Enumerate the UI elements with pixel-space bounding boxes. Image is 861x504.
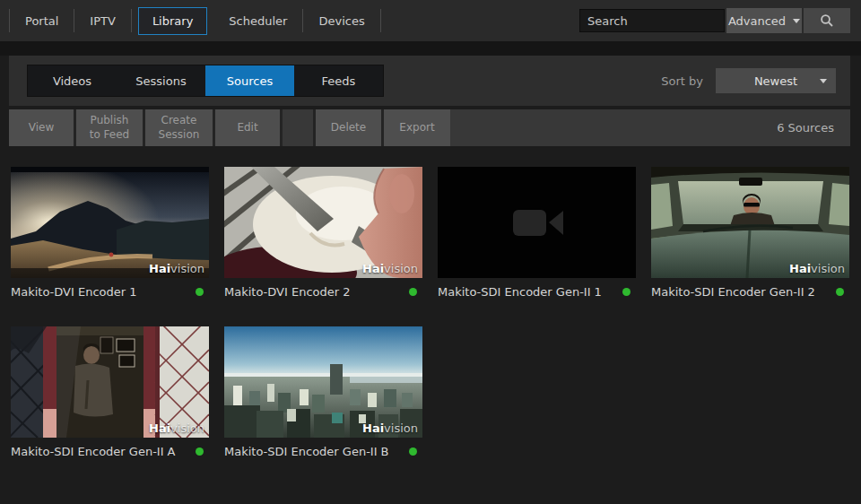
status-dot (409, 448, 417, 456)
action-toolbar: View Publish to Feed Create Session Edit… (9, 109, 850, 146)
source-card[interactable]: Haivision Makito-SDI Encoder Gen-II B (224, 326, 422, 465)
delete-button[interactable]: Delete (316, 109, 381, 146)
source-thumbnail[interactable]: Haivision (224, 167, 422, 278)
source-thumbnail[interactable]: Haivision (11, 167, 209, 278)
source-thumbnail[interactable]: Haivision (11, 326, 209, 438)
tab-videos[interactable]: Videos (28, 65, 117, 96)
source-meta: Makito-SDI Encoder Gen-II B (224, 438, 422, 465)
source-meta: Makito-SDI Encoder Gen-II A (11, 438, 209, 465)
sort-control: Sort by Newest (661, 68, 836, 93)
nav-scheduler[interactable]: Scheduler (213, 0, 302, 41)
chevron-down-icon (820, 79, 827, 83)
nav-divider (131, 9, 132, 32)
filter-bar: Videos Sessions Sources Feeds Sort by Ne… (9, 56, 850, 106)
tab-sessions[interactable]: Sessions (117, 65, 205, 96)
nav-iptv[interactable]: IPTV (74, 0, 131, 41)
main-nav: Portal IPTV Library Scheduler Devices (9, 0, 381, 41)
haivision-watermark: Haivision (362, 262, 418, 275)
toolbar-spacer (283, 109, 313, 146)
publish-to-feed-button[interactable]: Publish to Feed (76, 109, 143, 146)
source-card[interactable]: Haivision Makito-SDI Encoder Gen-II A (11, 326, 209, 465)
view-button[interactable]: View (9, 109, 74, 146)
source-card[interactable]: Haivision Makito-DVI Encoder 2 (224, 167, 422, 305)
source-name: Makito-SDI Encoder Gen-II 2 (651, 285, 815, 299)
library-tabs: Videos Sessions Sources Feeds (27, 65, 384, 97)
haivision-watermark: Haivision (362, 421, 418, 435)
search-group: Advanced (579, 8, 850, 33)
source-meta: Makito-DVI Encoder 1 (11, 278, 209, 305)
status-dot (196, 448, 204, 456)
tab-feeds[interactable]: Feeds (294, 65, 383, 96)
source-card[interactable]: Haivision Makito-SDI Encoder Gen-II 2 (651, 167, 849, 305)
nav-portal[interactable]: Portal (10, 0, 74, 41)
top-nav-bar: Portal IPTV Library Scheduler Devices Ad… (0, 0, 861, 41)
create-session-button[interactable]: Create Session (145, 109, 213, 146)
nav-library[interactable]: Library (138, 7, 207, 35)
nav-divider (380, 9, 381, 32)
sources-count: 6 Sources (777, 109, 850, 146)
haivision-watermark: Haivision (149, 421, 204, 435)
status-dot (409, 288, 417, 296)
source-name: Makito-SDI Encoder Gen-II 1 (438, 285, 602, 299)
search-button[interactable] (804, 8, 850, 33)
source-thumbnail[interactable]: Haivision (651, 167, 849, 278)
toolbar-buttons: View Publish to Feed Create Session Edit… (9, 109, 450, 146)
tab-sources[interactable]: Sources (205, 65, 294, 96)
source-name: Makito-SDI Encoder Gen-II B (224, 445, 389, 458)
source-card[interactable]: Haivision Makito-DVI Encoder 1 (11, 167, 209, 305)
source-thumbnail[interactable]: Haivision (224, 326, 422, 438)
status-dot (196, 288, 204, 296)
status-dot (836, 288, 844, 296)
edit-button[interactable]: Edit (215, 109, 280, 146)
sources-grid: Haivision Makito-DVI Encoder 1 (11, 167, 854, 465)
source-name: Makito-SDI Encoder Gen-II A (11, 445, 176, 458)
divider-strip (0, 41, 861, 56)
advanced-label: Advanced (728, 14, 786, 28)
advanced-search-dropdown[interactable]: Advanced (726, 8, 802, 33)
sort-by-label: Sort by (661, 74, 703, 88)
source-meta: Makito-SDI Encoder Gen-II 2 (651, 278, 849, 305)
haivision-watermark: Haivision (789, 262, 845, 275)
source-meta: Makito-DVI Encoder 2 (224, 278, 422, 305)
haivision-watermark: Haivision (149, 262, 204, 275)
search-icon (820, 13, 834, 28)
source-meta: Makito-SDI Encoder Gen-II 1 (438, 278, 636, 305)
source-name: Makito-DVI Encoder 1 (11, 285, 137, 299)
chevron-down-icon (793, 19, 800, 23)
source-name: Makito-DVI Encoder 2 (224, 285, 351, 299)
export-button[interactable]: Export (384, 109, 450, 146)
sort-dropdown[interactable]: Newest (716, 68, 836, 93)
source-thumbnail[interactable] (438, 167, 636, 278)
nav-devices[interactable]: Devices (303, 0, 379, 41)
search-input[interactable] (579, 9, 725, 32)
thumbnail-art-no-signal (438, 167, 636, 278)
status-dot (622, 288, 631, 296)
sort-value: Newest (754, 74, 797, 88)
source-card[interactable]: Makito-SDI Encoder Gen-II 1 (438, 167, 636, 305)
